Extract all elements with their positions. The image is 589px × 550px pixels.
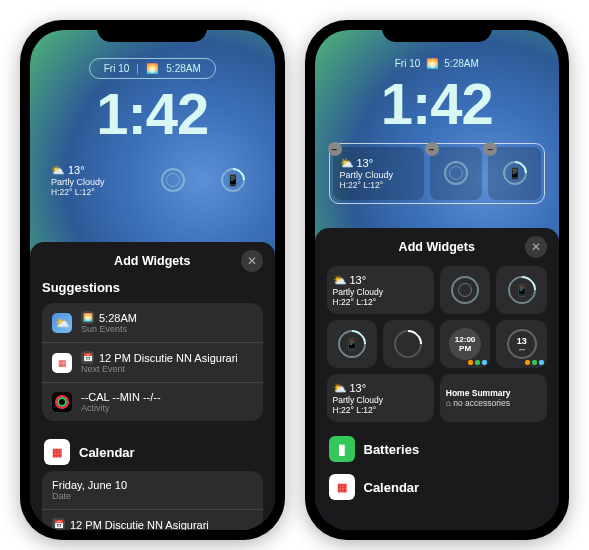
date-line: Fri 10 🌅 5:28AM [329, 58, 546, 69]
sunrise-time: 5:28AM [444, 58, 478, 69]
home-sub: ⌂ no accessories [446, 398, 541, 408]
gauge-icon [389, 324, 429, 364]
close-button[interactable]: ✕ [525, 236, 547, 258]
weather-condition: Partly Cloudy [51, 177, 132, 187]
lockscreen-header: Fri 10 🌅 5:28AM 1:42 [30, 30, 275, 143]
calendar-mini-icon: 📅 [81, 351, 94, 364]
weather-highlow: H:22° L:12° [340, 180, 417, 190]
rings-icon [451, 276, 479, 304]
screen: Fri 10 🌅 5:28AM 1:42 ⛅13° Partly Cloudy … [30, 30, 275, 530]
screen: Fri 10 🌅 5:28AM 1:42 − ⛅13° Partly Cloud… [315, 30, 560, 530]
suggestions-box: ⛅ 🌅5:28AM Sun Events ▦ 📅12 PM Discutie N… [42, 303, 263, 421]
sunrise-icon: 🌅 [146, 63, 158, 74]
add-widgets-sheet: Add Widgets ✕ ⛅13° Partly Cloudy H:22° L… [315, 228, 560, 530]
weather-icon: ⛅ [333, 274, 347, 287]
batteries-app-icon: ▮ [329, 436, 355, 462]
date-pill[interactable]: Fri 10 🌅 5:28AM [89, 58, 216, 79]
rings-icon [161, 168, 185, 192]
weather-widget-preview[interactable]: ⛅13° Partly Cloudy H:22° L:12° [327, 266, 434, 314]
rings-icon [444, 161, 468, 185]
battery-widget-preview[interactable] [496, 266, 547, 314]
row-sub: Date [52, 491, 253, 501]
weather-widget-preview-2[interactable]: ⛅13° Partly Cloudy H:22° L:12° [327, 374, 434, 422]
date-widget-preview[interactable]: 13⋯ [496, 320, 547, 368]
battery-icon [338, 330, 366, 358]
suggestion-row[interactable]: ▦ 📅12 PM Discutie NN Asigurari Next Even… [42, 343, 263, 383]
calendar-section-header[interactable]: ▦ Calendar [42, 433, 263, 471]
suggestion-row[interactable]: ⛅ 🌅5:28AM Sun Events [42, 303, 263, 343]
battery-widget-edit[interactable]: − [488, 147, 541, 200]
add-widgets-sheet: Add Widgets ✕ Suggestions ⛅ 🌅5:28AM Sun … [30, 242, 275, 530]
battery-icon [508, 276, 536, 304]
batteries-section[interactable]: ▮ Batteries [327, 430, 548, 468]
rings-widget-edit[interactable]: − [430, 147, 483, 200]
home-title: Home Summary [446, 388, 541, 398]
battery-icon [221, 168, 245, 192]
sunrise-mini-icon: 🌅 [81, 311, 94, 324]
calendar-widget-row[interactable]: 📅12 PM Discutie NN Asigurari Next Event [42, 510, 263, 530]
suggestion-sub: Activity [81, 403, 253, 413]
fitness-app-icon [52, 392, 72, 412]
condition: Partly Cloudy [333, 395, 428, 405]
temp-value: 13° [350, 382, 367, 394]
calendar-app-icon: ▦ [44, 439, 70, 465]
sunrise-icon: 🌅 [426, 58, 438, 69]
clock-time: 1:42 [329, 75, 546, 133]
sunrise-time: 5:28AM [166, 63, 200, 74]
battery-gauge-preview[interactable] [327, 320, 378, 368]
temp-value: 13° [350, 274, 367, 286]
weather-icon: ⛅ [340, 157, 354, 170]
close-button[interactable]: ✕ [241, 250, 263, 272]
rings-widget[interactable] [145, 153, 200, 208]
suggestion-main: --CAL --MIN --/-- [81, 391, 161, 403]
calendar-widget-row[interactable]: Friday, June 10 Date [42, 471, 263, 510]
calendar-section[interactable]: ▦ Calendar [327, 468, 548, 506]
rings-widget-preview[interactable] [440, 266, 491, 314]
row-main: 12 PM Discutie NN Asigurari [70, 519, 209, 531]
section-label: Calendar [79, 445, 135, 460]
lockscreen-header: Fri 10 🌅 5:28AM 1:42 [315, 30, 560, 133]
weather-icon: ⛅ [51, 164, 65, 177]
clock-time: 1:42 [44, 85, 261, 143]
remove-button[interactable]: − [328, 142, 342, 156]
widget-row: ⛅13° Partly Cloudy H:22° L:12° [44, 153, 261, 208]
weather-widget-edit[interactable]: − ⛅13° Partly Cloudy H:22° L:12° [333, 147, 424, 200]
notch [382, 20, 492, 42]
remove-button[interactable]: − [483, 142, 497, 156]
sheet-title: Add Widgets [114, 254, 190, 268]
home-widget-preview[interactable]: Home Summary ⌂ no accessories [440, 374, 547, 422]
battery-icon [503, 161, 527, 185]
date-circle-icon: 13⋯ [507, 329, 537, 359]
sheet-title: Add Widgets [399, 240, 475, 254]
suggestion-row[interactable]: --CAL --MIN --/-- Activity [42, 383, 263, 421]
weather-highlow: H:22° L:12° [51, 187, 132, 197]
suggestion-sub: Sun Events [81, 324, 253, 334]
condition: Partly Cloudy [333, 287, 428, 297]
calendar-app-icon: ▦ [329, 474, 355, 500]
suggestion-main: 5:28AM [99, 312, 137, 324]
sheet-header: Add Widgets ✕ [42, 254, 263, 268]
calendar-mini-icon: 📅 [52, 518, 65, 530]
temp-value: 13° [357, 157, 374, 169]
date-label: Fri 10 [104, 63, 130, 74]
calendar-app-icon: ▦ [52, 353, 72, 373]
remove-button[interactable]: − [425, 142, 439, 156]
clock-widget-preview[interactable]: 12:00 PM [440, 320, 491, 368]
weather-widget[interactable]: ⛅13° Partly Cloudy H:22° L:12° [44, 153, 139, 208]
suggestion-sub: Next Event [81, 364, 253, 374]
gauge-widget-preview[interactable] [383, 320, 434, 368]
widget-row-editing[interactable]: − ⛅13° Partly Cloudy H:22° L:12° − − [329, 143, 546, 204]
separator [137, 64, 138, 74]
phone-left: Fri 10 🌅 5:28AM 1:42 ⛅13° Partly Cloudy … [20, 20, 285, 540]
weather-app-icon: ⛅ [52, 313, 72, 333]
highlow: H:22° L:12° [333, 297, 428, 307]
weather-icon: ⛅ [333, 382, 347, 395]
widget-grid: ⛅13° Partly Cloudy H:22° L:12° 12:0 [327, 266, 548, 422]
row-main: Friday, June 10 [52, 479, 253, 491]
battery-widget[interactable] [206, 153, 261, 208]
sheet-header: Add Widgets ✕ [327, 240, 548, 254]
suggestions-heading: Suggestions [42, 280, 263, 295]
highlow: H:22° L:12° [333, 405, 428, 415]
temp-value: 13° [68, 164, 85, 176]
phone-right: Fri 10 🌅 5:28AM 1:42 − ⛅13° Partly Cloud… [305, 20, 570, 540]
